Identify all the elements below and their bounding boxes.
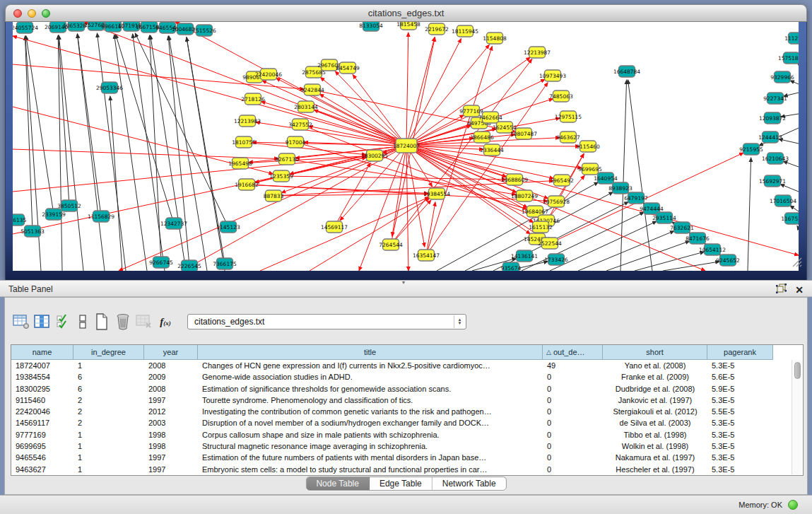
graph-node[interactable]: 2522544 <box>538 238 562 249</box>
graph-node[interactable]: 1167533 <box>781 213 799 224</box>
table-mode-icon[interactable] <box>11 312 32 332</box>
graph-node[interactable]: 7515526 <box>192 25 216 36</box>
graph-node[interactable]: 9242844 <box>300 84 324 95</box>
table-row[interactable]: 1830029562008Estimation of significance … <box>11 383 803 395</box>
column-header-pagerank[interactable]: pagerank <box>707 345 773 360</box>
graph-node[interactable]: 12213983 <box>234 115 261 127</box>
graph-node[interactable]: 18115945 <box>452 25 478 37</box>
graph-node[interactable]: 12213987 <box>524 47 551 58</box>
graph-node[interactable]: 18724007 <box>393 139 420 153</box>
split-view-icon[interactable] <box>74 312 91 332</box>
graph-node[interactable]: 8454749 <box>336 62 360 74</box>
graph-node[interactable]: 1965498 <box>228 158 252 169</box>
graph-node[interactable]: 8938923 <box>608 182 632 194</box>
graph-node[interactable]: 2803144 <box>294 101 318 112</box>
graph-node[interactable]: 2336444 <box>480 144 504 156</box>
graph-node[interactable]: 3427552 <box>288 119 312 130</box>
graph-node[interactable]: 5051363 <box>20 226 45 237</box>
scrollbar-thumb[interactable] <box>794 362 801 379</box>
graph-node[interactable]: 7366175 <box>213 258 237 269</box>
column-header-year[interactable]: year <box>144 345 198 360</box>
function-builder-icon[interactable]: f(x) <box>155 312 176 332</box>
column-header-name[interactable]: name <box>11 345 73 360</box>
graph-node[interactable]: 16210643 <box>762 153 789 164</box>
graph-node[interactable]: 935674 <box>501 262 522 271</box>
column-header-title[interactable]: title <box>198 345 543 360</box>
column-header-short[interactable]: short <box>603 345 707 360</box>
graph-node[interactable]: 7264544 <box>379 239 403 250</box>
tab-network-table[interactable]: Network Table <box>433 477 506 490</box>
table-select-dropdown[interactable]: citations_edges.txt ▲▼ <box>187 314 466 329</box>
graph-node[interactable]: 9463627 <box>556 132 580 143</box>
graph-node[interactable]: 29053346 <box>96 82 123 93</box>
delete-column-icon[interactable] <box>112 312 134 332</box>
graph-node[interactable]: 2718126 <box>241 93 265 105</box>
graph-node[interactable]: 917004 <box>286 136 306 148</box>
table-row[interactable]: 946554611997Estimation of the future num… <box>11 452 803 463</box>
graph-node[interactable]: 1866486 <box>470 132 494 143</box>
table-row[interactable]: 2242004622012Investigating the contribut… <box>11 406 803 417</box>
graph-node[interactable]: 17016504 <box>770 195 796 206</box>
table-row[interactable]: 969969511998Structural magnetic resonanc… <box>11 440 803 452</box>
graph-node[interactable]: 1244413 <box>758 132 782 143</box>
float-panel-icon[interactable] <box>776 284 787 296</box>
graph-node[interactable]: 9245652 <box>716 255 740 266</box>
graph-node[interactable]: 9329966 <box>770 71 794 83</box>
graph-node[interactable]: 1235359 <box>269 170 293 182</box>
graph-node[interactable]: 11156829 <box>88 211 114 222</box>
table-row[interactable]: 1872400712008Changes of HCN gene express… <box>11 360 803 371</box>
tab-edge-table[interactable]: Edge Table <box>370 477 433 490</box>
tab-node-table[interactable]: Node Table <box>306 477 370 490</box>
row-selection-icon[interactable] <box>53 312 74 332</box>
graph-node[interactable]: 7632621 <box>670 222 694 233</box>
graph-node[interactable]: 887833 <box>264 190 284 201</box>
table-vertical-scrollbar[interactable] <box>792 360 802 474</box>
graph-node[interactable]: 936135 <box>13 214 27 226</box>
graph-node[interactable]: 2935114 <box>652 212 676 223</box>
graph-node[interactable]: 1916682 <box>235 179 259 190</box>
network-window-titlebar[interactable]: citations_edges.txt <box>5 4 807 22</box>
graph-node[interactable]: 9115460 <box>576 141 600 152</box>
graph-node[interactable]: 10654112 <box>699 244 726 255</box>
graph-node[interactable]: 1810755 <box>232 136 256 148</box>
graph-node[interactable]: 12093872 <box>759 112 786 124</box>
delete-table-icon[interactable] <box>134 312 155 332</box>
graph-node[interactable]: 1145123 <box>216 221 240 233</box>
column-header-in_degree[interactable]: in_degree <box>73 345 144 360</box>
graph-node[interactable]: 15751874 <box>778 52 799 64</box>
table-row[interactable]: 1456911722003Disruption of a novel membe… <box>11 417 803 428</box>
graph-node[interactable]: 18300295 <box>361 150 388 161</box>
window-resize-grip[interactable] <box>791 256 802 270</box>
column-header-out_degree[interactable]: △out_de… <box>543 345 603 360</box>
graph-node[interactable]: 2219672 <box>425 23 449 35</box>
panel-divider-handle[interactable]: ▾ <box>402 281 409 285</box>
graph-node[interactable]: 12975115 <box>555 111 582 122</box>
table-row[interactable]: 977716911998Corpus callosum shape and si… <box>11 429 803 440</box>
graph-node[interactable]: 9215955 <box>739 144 763 155</box>
memory-status-indicator[interactable] <box>788 500 798 510</box>
graph-node[interactable]: 1815458 <box>396 22 420 30</box>
create-column-icon[interactable] <box>91 312 112 332</box>
graph-node[interactable]: 16354147 <box>413 250 440 261</box>
graph-node[interactable]: 9227341 <box>763 93 787 104</box>
graph-node[interactable]: 6479197 <box>624 192 648 204</box>
graph-node[interactable]: 1733426 <box>544 254 568 265</box>
graph-node[interactable]: 16648784 <box>613 66 640 77</box>
graph-node[interactable]: 7485063 <box>549 90 573 102</box>
graph-node[interactable]: 9266745 <box>149 257 173 268</box>
graph-node[interactable]: 1615132 <box>529 221 553 233</box>
graph-node[interactable]: 8267130 <box>275 153 299 165</box>
graph-node[interactable]: 14569117 <box>321 221 348 233</box>
column-visibility-icon[interactable] <box>32 312 53 332</box>
graph-node[interactable]: 12342737 <box>160 218 187 229</box>
graph-node[interactable]: 8471676 <box>686 233 710 244</box>
close-panel-icon[interactable]: ✕ <box>795 285 804 295</box>
graph-node[interactable]: 8133054 <box>359 22 383 31</box>
table-row[interactable]: 1938455462009Genome-wide association stu… <box>11 371 803 382</box>
table-row[interactable]: 911546021997Tourette syndrome. Phenomeno… <box>11 395 803 406</box>
graph-node[interactable]: 10973493 <box>539 70 566 81</box>
table-row[interactable]: 946362711997Embryonic stem cells: a mode… <box>11 464 803 475</box>
network-canvas[interactable]: 1872400798906122242004627181261221398318… <box>13 22 799 271</box>
graph-node[interactable]: 1154808 <box>483 33 507 44</box>
graph-node[interactable]: 1965492 <box>550 175 574 186</box>
